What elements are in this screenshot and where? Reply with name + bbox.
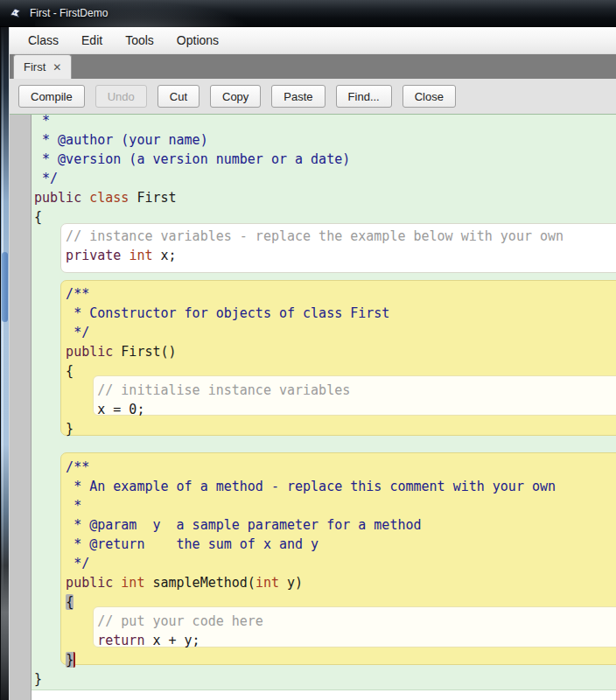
code-line: // instance variables - replace the exam… [32,227,616,246]
code-line: * @version (a version number or a date) [32,150,616,169]
menu-bar: ClassEditToolsOptions [10,27,616,54]
code-token: sampleMethod( [152,575,255,591]
toolbar-button-undo[interactable]: Undo [95,85,147,108]
code-line: private int x; [32,246,616,265]
code-token: public [34,190,89,206]
code-line: public First() [32,342,616,361]
code-line: * [32,496,616,515]
code-token: return [34,633,152,648]
code-line: { [32,207,616,227]
code-line: return x + y; [32,631,616,650]
code-token: First [136,190,176,206]
code-token: private [34,248,129,263]
window-title: First - FirstDemo [30,7,108,19]
toolbar-button-cut[interactable]: Cut [158,85,200,108]
editor-window: ClassEditToolsOptions First ✕ CompileUnd… [9,27,616,700]
code-token: */ [34,171,58,186]
code-token: * Constructor for objects of class First [34,305,389,321]
code-token: // instance variables - replace the exam… [34,228,564,244]
code-line: * @return the sum of x and y [32,535,616,554]
code-token: int [129,248,160,263]
code-token: * @return the sum of x and y [34,536,318,552]
tab-close-icon[interactable]: ✕ [52,62,61,73]
code-token: public [34,344,121,360]
toolbar: CompileUndoCutCopyPasteFind...Close [10,79,616,114]
code-token: class [89,190,136,206]
code-token: * [34,115,50,129]
menu-item-options[interactable]: Options [165,27,230,53]
code-line: * @param y a sample parameter for a meth… [32,515,616,535]
code-token: { [34,209,42,225]
code-line: /** [32,458,616,477]
code-line [32,438,616,458]
code-token: { [34,363,74,379]
code-token: * @param y a sample parameter for a meth… [34,517,422,533]
code-line: // initialise instance variables [32,381,616,400]
window-titlebar[interactable]: First - FirstDemo [0,0,616,27]
code-line [32,265,616,284]
code-token: * [34,498,81,514]
code-token: } [34,421,74,437]
code-token [34,652,66,668]
code-line: // put your code here [32,612,616,631]
code-area[interactable]: * * @author (your name) * @version (a ve… [32,115,616,700]
code-line: * @author (your name) [32,130,616,150]
code-token: x + y; [152,633,200,648]
code-token [34,594,66,610]
code-token: * @version (a version number or a date) [34,151,350,167]
window-frame-edge [0,27,9,700]
tab-row: First ✕ [10,54,616,79]
toolbar-button-compile[interactable]: Compile [18,85,85,108]
code-line: } [32,669,616,689]
code-token: * @author (your name) [34,132,208,148]
frame-glass-highlight [2,27,4,700]
code-line: /** [32,284,616,304]
code-token: y) [279,575,303,591]
tab-label: First [24,60,46,74]
code-token: } [66,652,75,668]
code-lines: * * @author (your name) * @version (a ve… [32,115,616,689]
code-line: */ [32,169,616,188]
code-token: */ [34,556,89,571]
menu-item-tools[interactable]: Tools [114,27,165,53]
code-token: First() [121,344,176,360]
editor: * * @author (your name) * @version (a ve… [10,114,616,700]
code-token: int [121,575,152,591]
code-token: int [256,575,279,591]
code-line: */ [32,323,616,342]
toolbar-button-find[interactable]: Find... [336,85,392,108]
code-line: x = 0; [32,400,616,419]
code-line: } [32,419,616,438]
toolbar-button-paste[interactable]: Paste [271,85,325,108]
code-token: x = 0; [34,402,144,417]
editor-gutter[interactable] [10,115,32,700]
code-line: * An example of a method - replace this … [32,477,616,496]
code-line: * Constructor for objects of class First [32,304,616,323]
code-token: x; [161,248,177,263]
menu-item-edit[interactable]: Edit [70,27,114,53]
code-token: /** [34,286,89,302]
code-line: { [32,592,616,612]
app-icon [9,6,23,20]
code-line: * [32,115,616,130]
code-token: /** [34,459,89,475]
frame-glass-blue-streak [2,252,8,322]
code-token: public [34,575,121,591]
code-line: } [32,650,616,669]
toolbar-button-close[interactable]: Close [402,85,456,108]
menu-item-class[interactable]: Class [17,27,70,53]
screen: { "window": { "title": "First - FirstDem… [0,0,616,700]
toolbar-button-copy[interactable]: Copy [210,85,261,108]
code-token: // put your code here [34,613,263,629]
tab-first[interactable]: First ✕ [13,54,72,79]
code-line: { [32,361,616,381]
code-token: */ [34,325,89,340]
code-token: * An example of a method - replace this … [34,479,556,494]
code-line: public int sampleMethod(int y) [32,573,616,592]
code-token: } [34,671,42,687]
code-token: // initialise instance variables [34,382,350,398]
code-line: public class First [32,188,616,207]
code-token: { [66,594,74,610]
code-line: */ [32,554,616,573]
